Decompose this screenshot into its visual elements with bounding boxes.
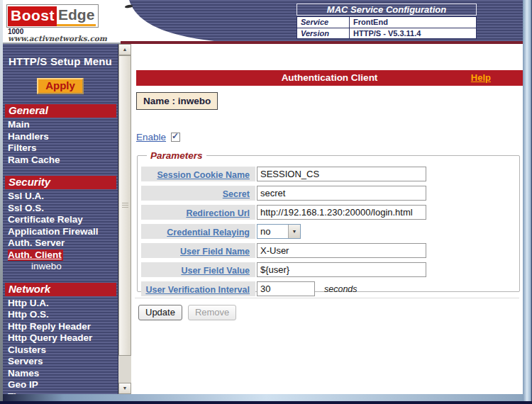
sidebar-item-names[interactable]: Names (3, 368, 118, 380)
scroll-up-icon[interactable]: ▲ (118, 44, 131, 55)
session-cookie-name-label-link[interactable]: Session Cookie Name (157, 170, 250, 180)
sidebar-item-http-u-a[interactable]: Http U.A. (3, 298, 118, 310)
header-row-value: HTTP/S - V5.3.11.4 (350, 28, 476, 38)
param-row-user-field-value: User Field Value (141, 262, 516, 277)
sidebar-item-label: Auth. Server (8, 237, 65, 248)
param-label-cell: Session Cookie Name (141, 167, 255, 181)
sidebar-item-label: inwebo (31, 261, 62, 271)
sidebar-item-label: Ssl U.A. (8, 191, 44, 201)
sidebar-item-clusters[interactable]: Clusters (3, 344, 118, 357)
help-link[interactable]: Help (471, 70, 491, 86)
logo-website: www.activnetworks.com (8, 34, 107, 43)
remove-button: Remove (188, 305, 236, 320)
session-cookie-name-input[interactable] (257, 167, 426, 181)
sidebar-item-http-query-header[interactable]: Http Query Header (3, 332, 118, 344)
sidebar-item-servers[interactable]: Servers (3, 356, 118, 368)
sidebar-item-inwebo[interactable]: inwebo (3, 261, 118, 273)
page-title-bar: Authentication Client Help (136, 70, 523, 86)
header-table-row: ServiceFrontEnd (297, 17, 476, 28)
user-field-name-label-link[interactable]: User Field Name (180, 247, 250, 257)
header-table-row: VersionHTTP/S - V5.3.11.4 (297, 28, 476, 38)
user-field-value-label-link[interactable]: User Field Value (181, 266, 250, 276)
main-content: Authentication Client Help Name : inwebo… (131, 44, 523, 394)
sidebar-item-label: Geo IP (8, 379, 38, 390)
parameters-legend: Parameters (147, 150, 206, 161)
enable-row: Enable (136, 132, 180, 142)
select-value: no (257, 225, 288, 238)
update-button[interactable]: Update (138, 305, 182, 320)
apply-button[interactable]: Apply (37, 78, 84, 94)
header-row-label: Service (297, 17, 350, 28)
parameters-rows: Session Cookie NameSecretRedirection Url… (141, 167, 516, 296)
menu-section-network: Network (5, 283, 116, 296)
credential-relaying-label-link[interactable]: Credential Relaying (167, 228, 250, 237)
sidebar-item-http-o-s[interactable]: Http O.S. (3, 309, 118, 321)
secret-input[interactable] (257, 186, 426, 201)
chevron-down-icon[interactable]: ▼ (288, 225, 300, 238)
sidebar-item-handlers[interactable]: Handlers (3, 131, 118, 143)
sidebar-item-auth-server[interactable]: Auth. Server (3, 237, 118, 249)
sidebar-menu-sections: GeneralMainHandlersFiltersRam CacheSecur… (3, 104, 118, 394)
user-field-value-input[interactable] (257, 262, 426, 277)
param-suffix: seconds (324, 284, 358, 294)
window-right-scrollbar (523, 0, 532, 401)
sidebar-item-label: Filters (8, 142, 37, 153)
window-bottom-border (0, 401, 532, 404)
service-version-table: ServiceFrontEndVersionHTTP/S - V5.3.11.4 (297, 16, 477, 39)
sidebar-item-geo-ip[interactable]: Geo IP (3, 379, 118, 391)
user-verification-interval-input[interactable] (257, 281, 315, 296)
sidebar-item-label: Certificate Relay (8, 214, 83, 225)
sidebar-item-label: Http U.A. (8, 298, 49, 308)
form-buttons-row: Update Remove (138, 305, 236, 320)
sidebar-item-application-firewall[interactable]: Application Firewall (3, 226, 118, 238)
param-label-cell: User Field Name (141, 243, 255, 258)
sidebar-item-auth-client[interactable]: Auth. Client (3, 249, 118, 262)
window-bottom-scrollbar (0, 394, 532, 401)
parameters-fieldset: Parameters Session Cookie NameSecretRedi… (137, 150, 520, 292)
content-divider (135, 298, 519, 298)
sidebar-item-ssl-u-a[interactable]: Ssl U.A. (3, 191, 118, 203)
param-label-cell: Secret (141, 186, 255, 201)
scroll-down-icon[interactable]: ▼ (118, 383, 131, 394)
user-field-name-input[interactable] (257, 243, 426, 258)
client-name-box: Name : inwebo (136, 92, 218, 110)
sidebar-item-http-reply-header[interactable]: Http Reply Header (3, 321, 118, 333)
credential-relaying-select[interactable]: no▼ (257, 224, 301, 239)
sidebar-scrollbar[interactable]: ▲ ▼ (118, 44, 131, 394)
param-row-user-field-name: User Field Name (141, 243, 516, 258)
sidebar-item-ssl-o-s[interactable]: Ssl O.S. (3, 203, 118, 215)
logo-boost-text: Boost (8, 6, 57, 26)
swoosh-curve (121, 0, 214, 41)
sidebar-item-label: Main (8, 119, 30, 130)
scrollbar-thumb[interactable] (118, 55, 131, 356)
param-label-cell: User Field Value (141, 262, 255, 277)
redirection-url-input[interactable] (257, 205, 426, 220)
sidebar-item-label: Ssl O.S. (8, 203, 44, 213)
page-title: Authentication Client (136, 70, 523, 86)
param-label-cell: User Verification Interval (141, 281, 255, 296)
menu-section-security: Security (5, 176, 116, 189)
sidebar-item-ram-cache[interactable]: Ram Cache (3, 155, 118, 167)
window-left-edge (0, 0, 3, 401)
param-row-secret: Secret (141, 186, 516, 201)
sidebar-item-label: Application Firewall (8, 226, 99, 237)
sidebar-item-label: Http Reply Header (8, 321, 91, 332)
user-verification-interval-label-link[interactable]: User Verification Interval (145, 285, 250, 295)
sidebar-item-label: Names (8, 368, 39, 378)
enable-checkbox[interactable] (171, 133, 180, 142)
redirection-url-label-link[interactable]: Redirection Url (186, 208, 250, 218)
menu-section-general: General (5, 104, 116, 118)
header-row-label: Version (297, 28, 350, 38)
sidebar-item-main[interactable]: Main (3, 119, 118, 131)
param-row-user-verification-interval: User Verification Intervalseconds (141, 281, 516, 296)
enable-link[interactable]: Enable (136, 132, 166, 142)
sidebar-title: HTTP/S Setup Menu (3, 44, 118, 67)
secret-label-link[interactable]: Secret (223, 189, 250, 199)
sidebar-item-certificate-relay[interactable]: Certificate Relay (3, 214, 118, 226)
sidebar-item-filters[interactable]: Filters (3, 142, 118, 155)
app-window: Boost Edge 1000 www.activnetworks.com MA… (0, 0, 532, 404)
top-header-frame: MAC Service Configuration ServiceFrontEn… (121, 0, 532, 44)
param-row-credential-relaying: Credential Relayingno▼ (141, 224, 516, 239)
logo-frame: Boost Edge 1000 www.activnetworks.com (3, 0, 121, 44)
header-title: MAC Service Configuration (297, 4, 477, 16)
